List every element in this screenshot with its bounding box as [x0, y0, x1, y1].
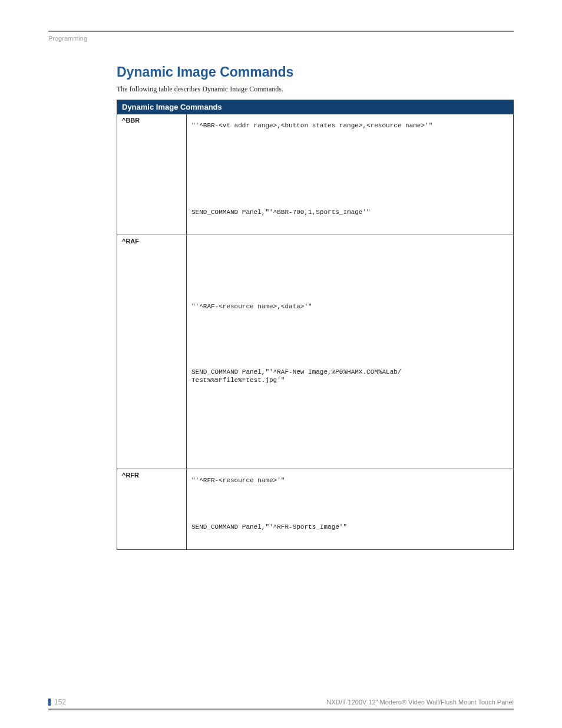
cmd-name: ^BBR — [117, 114, 187, 235]
example-code: SEND_COMMAND Panel,"'^RFR-Sports_Image'" — [191, 523, 508, 532]
page-number: 152 — [48, 699, 66, 706]
cmd-body: "'^RAF-<resource name>,<data>'" SEND_COM… — [187, 235, 514, 469]
table-row: ^BBR "'^BBR-<vt addr range>,<button stat… — [117, 114, 514, 235]
cmd-body: "'^RFR-<resource name>'" SEND_COMMAND Pa… — [187, 469, 514, 550]
table-row: ^RFR "'^RFR-<resource name>'" SEND_COMMA… — [117, 469, 514, 550]
example-code: SEND_COMMAND Panel,"'^BBR-700,1,Sports_I… — [191, 208, 508, 217]
commands-table: Dynamic Image Commands ^BBR "'^BBR-<vt a… — [117, 100, 514, 550]
table-title: Dynamic Image Commands — [117, 100, 514, 114]
content-area: Dynamic Image Commands The following tab… — [117, 64, 514, 550]
syntax-code: "'^BBR-<vt addr range>,<button states ra… — [191, 121, 508, 130]
syntax-code: "'^RFR-<resource name>'" — [191, 476, 508, 485]
cmd-name: ^RFR — [117, 469, 187, 550]
page-container: Programming Dynamic Image Commands The f… — [0, 0, 562, 728]
section-label: Programming — [48, 35, 514, 42]
page-footer: 152 NXD/T-1200V 12" Modero® Video Wall/F… — [48, 699, 514, 710]
example-code-line2: Test%%5Ffile%Ftest.jpg'" — [191, 376, 508, 385]
table-row: ^RAF "'^RAF-<resource name>,<data>'" SEN… — [117, 235, 514, 469]
syntax-code: "'^RAF-<resource name>,<data>'" — [191, 302, 508, 311]
cmd-body: "'^BBR-<vt addr range>,<button states ra… — [187, 114, 514, 235]
intro-text: The following table describes Dynamic Im… — [117, 85, 514, 94]
page-heading: Dynamic Image Commands — [117, 64, 514, 80]
table-header-row: Dynamic Image Commands — [117, 100, 514, 114]
cmd-name: ^RAF — [117, 235, 187, 469]
top-rule: Programming — [48, 31, 514, 42]
example-code-line1: SEND_COMMAND Panel,"'^RAF-New Image,%P0%… — [191, 368, 508, 377]
footer-doc-title: NXD/T-1200V 12" Modero® Video Wall/Flush… — [326, 699, 514, 706]
